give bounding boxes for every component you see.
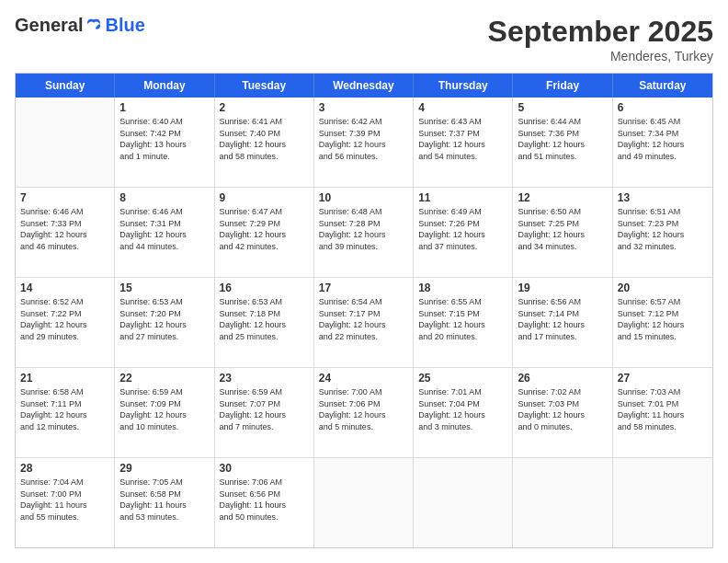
day-header-thursday: Thursday: [414, 74, 513, 98]
day-info: Sunrise: 7:00 AMSunset: 7:06 PMDaylight:…: [319, 386, 408, 432]
logo: General Blue: [15, 15, 145, 36]
day-number: 28: [20, 462, 109, 475]
day-header-wednesday: Wednesday: [314, 74, 414, 98]
day-number: 1: [119, 101, 209, 114]
day-cell-27: 27Sunrise: 7:03 AMSunset: 7:01 PMDayligh…: [613, 368, 712, 457]
day-cell-23: 23Sunrise: 6:59 AMSunset: 7:07 PMDayligh…: [215, 368, 314, 457]
calendar: SundayMondayTuesdayWednesdayThursdayFrid…: [15, 73, 713, 548]
day-number: 21: [20, 372, 109, 385]
day-number: 6: [618, 101, 708, 114]
empty-cell-0-0: [16, 98, 115, 187]
day-number: 11: [418, 191, 507, 204]
day-cell-5: 5Sunrise: 6:44 AMSunset: 7:36 PMDaylight…: [513, 98, 612, 187]
day-info: Sunrise: 6:47 AMSunset: 7:29 PMDaylight:…: [220, 206, 309, 252]
week-row-4: 28Sunrise: 7:04 AMSunset: 7:00 PMDayligh…: [16, 458, 712, 547]
day-info: Sunrise: 6:44 AMSunset: 7:36 PMDaylight:…: [518, 116, 607, 162]
day-info: Sunrise: 6:49 AMSunset: 7:26 PMDaylight:…: [418, 206, 507, 252]
empty-cell-4-4: [414, 458, 513, 547]
day-number: 22: [119, 372, 209, 385]
day-info: Sunrise: 6:45 AMSunset: 7:34 PMDaylight:…: [618, 116, 708, 162]
day-info: Sunrise: 6:42 AMSunset: 7:39 PMDaylight:…: [319, 116, 408, 162]
day-number: 17: [319, 282, 408, 294]
day-number: 3: [319, 101, 408, 114]
day-cell-6: 6Sunrise: 6:45 AMSunset: 7:34 PMDaylight…: [613, 98, 712, 187]
day-number: 30: [220, 462, 309, 475]
day-number: 10: [319, 191, 408, 204]
day-cell-30: 30Sunrise: 7:06 AMSunset: 6:56 PMDayligh…: [215, 458, 314, 547]
day-cell-24: 24Sunrise: 7:00 AMSunset: 7:06 PMDayligh…: [314, 368, 414, 457]
empty-cell-4-3: [314, 458, 414, 547]
day-number: 12: [518, 191, 607, 204]
location-subtitle: Menderes, Turkey: [488, 49, 713, 63]
empty-cell-4-6: [613, 458, 712, 547]
day-number: 2: [220, 101, 309, 114]
day-info: Sunrise: 7:06 AMSunset: 6:56 PMDaylight:…: [220, 477, 309, 523]
day-info: Sunrise: 7:03 AMSunset: 7:01 PMDaylight:…: [618, 386, 708, 432]
day-info: Sunrise: 6:51 AMSunset: 7:23 PMDaylight:…: [618, 206, 708, 252]
day-number: 18: [418, 282, 507, 294]
day-cell-2: 2Sunrise: 6:41 AMSunset: 7:40 PMDaylight…: [215, 98, 314, 187]
day-number: 14: [20, 282, 109, 294]
day-number: 29: [119, 462, 209, 475]
day-info: Sunrise: 7:02 AMSunset: 7:03 PMDaylight:…: [518, 386, 607, 432]
day-number: 26: [518, 372, 607, 385]
week-row-1: 7Sunrise: 6:46 AMSunset: 7:33 PMDaylight…: [16, 188, 712, 278]
day-cell-13: 13Sunrise: 6:51 AMSunset: 7:23 PMDayligh…: [613, 188, 712, 277]
day-number: 5: [518, 101, 607, 114]
day-info: Sunrise: 7:04 AMSunset: 7:00 PMDaylight:…: [20, 477, 109, 523]
day-cell-8: 8Sunrise: 6:46 AMSunset: 7:31 PMDaylight…: [115, 188, 214, 277]
day-cell-1: 1Sunrise: 6:40 AMSunset: 7:42 PMDaylight…: [115, 98, 214, 187]
week-row-3: 21Sunrise: 6:58 AMSunset: 7:11 PMDayligh…: [16, 368, 712, 458]
day-cell-17: 17Sunrise: 6:54 AMSunset: 7:17 PMDayligh…: [314, 278, 414, 367]
day-info: Sunrise: 7:01 AMSunset: 7:04 PMDaylight:…: [418, 386, 507, 432]
day-info: Sunrise: 6:52 AMSunset: 7:22 PMDaylight:…: [20, 296, 109, 342]
day-number: 23: [220, 372, 309, 385]
day-cell-20: 20Sunrise: 6:57 AMSunset: 7:12 PMDayligh…: [613, 278, 712, 367]
day-info: Sunrise: 6:50 AMSunset: 7:25 PMDaylight:…: [518, 206, 607, 252]
day-number: 19: [518, 282, 607, 294]
day-info: Sunrise: 6:53 AMSunset: 7:18 PMDaylight:…: [220, 296, 309, 342]
day-number: 7: [20, 191, 109, 204]
day-cell-19: 19Sunrise: 6:56 AMSunset: 7:14 PMDayligh…: [513, 278, 612, 367]
day-number: 9: [220, 191, 309, 204]
day-number: 27: [618, 372, 708, 385]
day-cell-14: 14Sunrise: 6:52 AMSunset: 7:22 PMDayligh…: [16, 278, 115, 367]
day-cell-4: 4Sunrise: 6:43 AMSunset: 7:37 PMDaylight…: [414, 98, 513, 187]
day-header-friday: Friday: [513, 74, 612, 98]
week-row-0: 1Sunrise: 6:40 AMSunset: 7:42 PMDaylight…: [16, 98, 712, 188]
day-cell-18: 18Sunrise: 6:55 AMSunset: 7:15 PMDayligh…: [414, 278, 513, 367]
day-cell-25: 25Sunrise: 7:01 AMSunset: 7:04 PMDayligh…: [414, 368, 513, 457]
day-info: Sunrise: 6:58 AMSunset: 7:11 PMDaylight:…: [20, 386, 109, 432]
month-title: September 2025: [488, 15, 713, 49]
day-info: Sunrise: 6:41 AMSunset: 7:40 PMDaylight:…: [220, 116, 309, 162]
day-number: 20: [618, 282, 708, 294]
day-number: 15: [119, 282, 209, 294]
day-info: Sunrise: 6:53 AMSunset: 7:20 PMDaylight:…: [119, 296, 209, 342]
logo-bird-icon: [85, 17, 103, 35]
day-info: Sunrise: 6:56 AMSunset: 7:14 PMDaylight:…: [518, 296, 607, 342]
day-info: Sunrise: 6:57 AMSunset: 7:12 PMDaylight:…: [618, 296, 708, 342]
calendar-header: SundayMondayTuesdayWednesdayThursdayFrid…: [16, 74, 712, 98]
day-info: Sunrise: 6:59 AMSunset: 7:07 PMDaylight:…: [220, 386, 309, 432]
day-header-monday: Monday: [115, 74, 214, 98]
day-cell-9: 9Sunrise: 6:47 AMSunset: 7:29 PMDaylight…: [215, 188, 314, 277]
day-info: Sunrise: 6:59 AMSunset: 7:09 PMDaylight:…: [119, 386, 209, 432]
day-number: 8: [119, 191, 209, 204]
day-cell-22: 22Sunrise: 6:59 AMSunset: 7:09 PMDayligh…: [115, 368, 214, 457]
day-cell-29: 29Sunrise: 7:05 AMSunset: 6:58 PMDayligh…: [115, 458, 214, 547]
day-cell-28: 28Sunrise: 7:04 AMSunset: 7:00 PMDayligh…: [16, 458, 115, 547]
day-number: 16: [220, 282, 309, 294]
day-info: Sunrise: 6:40 AMSunset: 7:42 PMDaylight:…: [119, 116, 209, 162]
day-header-tuesday: Tuesday: [215, 74, 314, 98]
calendar-body: 1Sunrise: 6:40 AMSunset: 7:42 PMDaylight…: [16, 98, 712, 547]
day-cell-12: 12Sunrise: 6:50 AMSunset: 7:25 PMDayligh…: [513, 188, 612, 277]
day-number: 4: [418, 101, 507, 114]
day-info: Sunrise: 6:46 AMSunset: 7:33 PMDaylight:…: [20, 206, 109, 252]
day-info: Sunrise: 6:46 AMSunset: 7:31 PMDaylight:…: [119, 206, 209, 252]
day-info: Sunrise: 6:54 AMSunset: 7:17 PMDaylight:…: [319, 296, 408, 342]
day-cell-11: 11Sunrise: 6:49 AMSunset: 7:26 PMDayligh…: [414, 188, 513, 277]
day-info: Sunrise: 6:55 AMSunset: 7:15 PMDaylight:…: [418, 296, 507, 342]
logo-general: General: [15, 15, 83, 36]
logo-blue: Blue: [105, 15, 144, 36]
title-area: September 2025 Menderes, Turkey: [488, 15, 713, 63]
